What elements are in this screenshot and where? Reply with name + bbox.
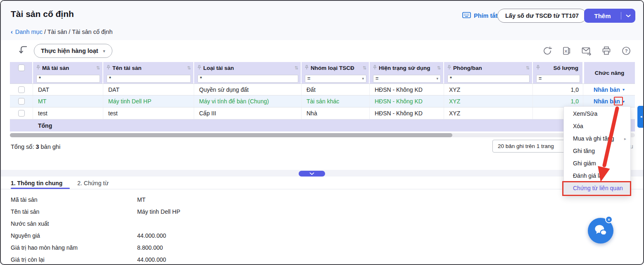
row-checkbox[interactable] — [18, 86, 25, 93]
filter-operator[interactable]: = — [307, 76, 310, 81]
page-size-select[interactable]: 20 bản ghi trên 1 trang — [492, 140, 568, 153]
row-checkbox[interactable] — [18, 110, 25, 117]
menu-item-xoa[interactable]: Xóa — [564, 120, 630, 132]
sort-icon[interactable]: ⇅ — [363, 65, 366, 71]
add-button[interactable]: Thêm — [584, 9, 635, 23]
filter-input[interactable]: * — [447, 75, 530, 83]
print-icon[interactable] — [601, 46, 611, 57]
column-header-nhom-loai-tscd[interactable]: Nhóm loại TSCĐ⇅ — [302, 62, 370, 74]
cell-nhom-loai: Đất — [302, 84, 370, 95]
cell-ten-tai-san: test — [103, 107, 194, 119]
menu-item-xem-sua[interactable]: Xem/Sửa — [564, 107, 630, 120]
action-caret-down-icon[interactable]: ▾ — [623, 87, 625, 92]
back-chevron-icon[interactable]: ‹ — [11, 29, 13, 35]
column-header-hien-trang[interactable]: Hiện trạng sử dụng⇅ — [370, 62, 444, 74]
pin-icon[interactable] — [536, 64, 540, 72]
tt107-balance-button[interactable]: Lấy số dư TSCĐ từ TT107 — [497, 9, 587, 23]
column-header-so-luong[interactable]: Số lượng — [533, 62, 583, 74]
excel-export-icon[interactable]: X — [562, 46, 572, 57]
scrollbar-thumb[interactable] — [10, 133, 452, 137]
cell-loai-tai-san: Cấp III — [194, 107, 302, 119]
horizontal-scrollbar[interactable] — [10, 133, 635, 137]
batch-action-dropdown[interactable]: Thực hiện hàng loạt ▾ — [34, 44, 112, 58]
select-all-checkbox[interactable] — [18, 64, 25, 71]
table-row[interactable]: test test Cấp III Nhà HĐSN - Không KD XY… — [10, 107, 635, 119]
add-chevron-down-icon[interactable] — [621, 14, 635, 17]
breadcrumb-back-link[interactable]: Danh mục — [15, 29, 43, 35]
column-header-ma-tai-san[interactable]: Mã tài sản⇅ — [33, 62, 103, 74]
column-header-ten-tai-san[interactable]: Tên tài sản⇅ — [103, 62, 194, 74]
row-checkbox[interactable] — [18, 98, 25, 105]
field-label: Giá trị còn lại — [11, 256, 137, 263]
tab-chung-tu[interactable]: 2. Chứng từ — [77, 180, 109, 186]
caret-down-icon[interactable]: ▾ — [362, 76, 364, 81]
refresh-icon[interactable] — [542, 46, 552, 57]
menu-item-mua-va-ghi-tang[interactable]: Mua và ghi tăng▸ — [564, 132, 630, 145]
detail-tabs: 1. Thông tin chung 2. Chứng từ — [11, 180, 109, 186]
pin-icon[interactable] — [36, 64, 40, 72]
cell-phong-ban: XYZ — [444, 84, 533, 95]
table-row[interactable]: DAT DAT Quyền sử dụng đất Đất HĐSN - Khô… — [10, 84, 635, 95]
menu-item-ghi-giam[interactable]: Ghi giảm — [564, 157, 630, 170]
filter-input[interactable]: * — [107, 75, 191, 83]
filter-so-luong: = — [533, 74, 583, 84]
cell-hien-trang: HĐSN - Không KD — [370, 95, 444, 107]
shortcut-link[interactable]: Phím tắt — [462, 12, 497, 19]
field-row: Nước sản xuất — [11, 217, 180, 229]
cell-loai-tai-san: Quyền sử dụng đất — [194, 84, 302, 95]
sort-icon[interactable]: ⇅ — [295, 65, 298, 71]
menu-item-chung-tu-lien-quan[interactable]: Chứng từ liên quan — [564, 182, 630, 194]
chat-bubbles-icon — [593, 223, 608, 239]
caret-down-icon[interactable]: ▾ — [436, 76, 438, 81]
filter-operator[interactable]: * — [450, 76, 452, 81]
menu-item-danh-gia-lai[interactable]: Đánh giá lại — [564, 170, 630, 182]
filter-input[interactable]: = — [536, 75, 580, 83]
field-row: Tên tài sảnMáy tinh Dell HP — [11, 205, 180, 217]
field-row: Giá trị hao mòn hàng năm8.800.000 — [11, 241, 180, 253]
help-icon[interactable]: ? — [621, 46, 631, 57]
duplicate-action-link[interactable]: Nhân bản — [594, 86, 620, 93]
filter-loai-tai-san: * — [194, 74, 302, 84]
side-panel-toggle[interactable]: ◄ — [637, 106, 644, 128]
expand-rows-icon[interactable] — [18, 45, 29, 57]
duplicate-action-link[interactable]: Nhân bản — [594, 98, 620, 105]
filter-operator[interactable]: * — [200, 76, 202, 81]
filter-operator[interactable]: = — [539, 76, 542, 81]
field-label: Nước sản xuất — [11, 220, 137, 227]
field-value: 44.000.000 — [137, 232, 166, 239]
pin-icon[interactable] — [305, 64, 309, 72]
sort-icon[interactable]: ⇅ — [526, 65, 530, 71]
collapse-detail-button[interactable] — [299, 171, 325, 177]
app-window: Tài sản cố định ‹Danh mục / Tài sản / Tà… — [0, 0, 644, 265]
field-label: Giá trị hao mòn hàng năm — [11, 244, 137, 251]
column-header-loai-tai-san[interactable]: Loại tài sản⇅ — [194, 62, 302, 74]
side-collapse-icon: ◄ — [639, 115, 643, 119]
cell-nhom-loai: Nhà — [302, 107, 370, 119]
column-header-phong-ban[interactable]: Phòng/ban⇅ — [444, 62, 533, 74]
email-send-icon[interactable] — [581, 46, 592, 57]
menu-item-ghi-tang[interactable]: Ghi tăng — [564, 145, 630, 157]
sort-icon[interactable]: ⇅ — [187, 65, 191, 71]
table-row-selected[interactable]: MT Máy tinh Dell HP Máy vi tính để bàn (… — [10, 95, 635, 107]
filter-operator[interactable]: * — [39, 76, 41, 81]
pin-icon[interactable] — [447, 64, 451, 72]
close-icon: × — [608, 217, 610, 222]
sort-icon[interactable]: ⇅ — [437, 65, 441, 71]
filter-select[interactable]: =▾ — [373, 75, 441, 83]
action-caret-down-icon[interactable]: ▾ — [623, 99, 625, 104]
sort-icon[interactable]: ⇅ — [96, 65, 100, 71]
filter-operator[interactable]: = — [375, 76, 378, 81]
pin-icon[interactable] — [197, 64, 201, 72]
pin-icon[interactable] — [107, 64, 110, 72]
filter-operator[interactable]: * — [109, 76, 111, 81]
pin-icon[interactable] — [373, 64, 377, 72]
tab-thong-tin-chung[interactable]: 1. Thông tin chung — [11, 180, 62, 186]
filter-select[interactable]: =▾ — [305, 75, 366, 83]
filter-ten-tai-san: * — [103, 74, 194, 84]
filter-input[interactable]: * — [36, 75, 100, 83]
filter-input[interactable]: * — [197, 75, 298, 83]
field-label: Mã tài sản — [11, 196, 137, 203]
chat-close-badge[interactable]: × — [605, 216, 613, 223]
cell-ma-tai-san: MT — [33, 95, 103, 107]
field-row: Giá trị còn lại44.000.000 — [11, 253, 180, 265]
